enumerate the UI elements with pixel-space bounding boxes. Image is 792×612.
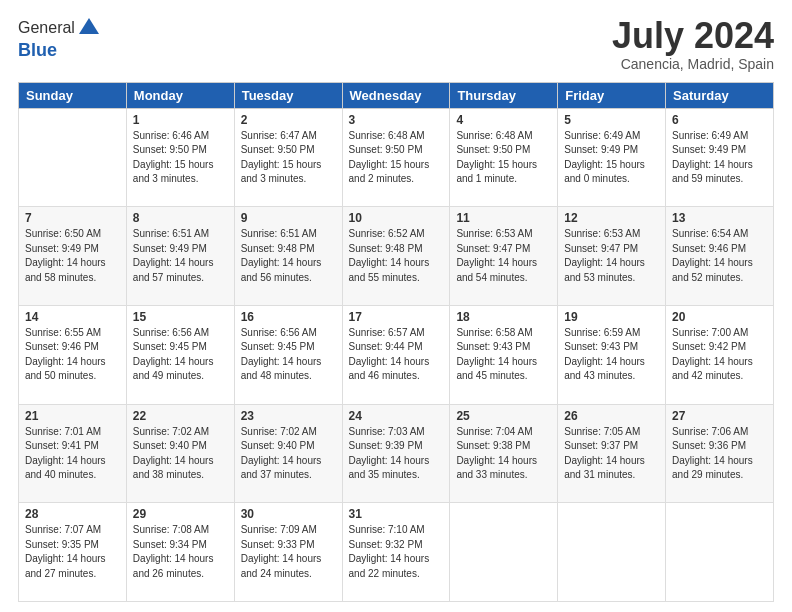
sunrise-text: Sunrise: 7:01 AM (25, 426, 101, 437)
daylight-text: Daylight: 14 hours and 24 minutes. (241, 553, 322, 579)
day-info: Sunrise: 6:56 AM Sunset: 9:45 PM Dayligh… (133, 326, 228, 384)
day-info: Sunrise: 6:56 AM Sunset: 9:45 PM Dayligh… (241, 326, 336, 384)
calendar-cell: 5 Sunrise: 6:49 AM Sunset: 9:49 PM Dayli… (558, 108, 666, 207)
daylight-text: Daylight: 14 hours and 43 minutes. (564, 356, 645, 382)
daylight-text: Daylight: 14 hours and 27 minutes. (25, 553, 106, 579)
daylight-text: Daylight: 15 hours and 1 minute. (456, 159, 537, 185)
day-number: 31 (349, 507, 444, 521)
daylight-text: Daylight: 14 hours and 49 minutes. (133, 356, 214, 382)
daylight-text: Daylight: 14 hours and 31 minutes. (564, 455, 645, 481)
logo-icon (77, 16, 101, 40)
sunset-text: Sunset: 9:35 PM (25, 539, 99, 550)
daylight-text: Daylight: 14 hours and 58 minutes. (25, 257, 106, 283)
calendar-cell (450, 503, 558, 602)
calendar-cell: 26 Sunrise: 7:05 AM Sunset: 9:37 PM Dayl… (558, 404, 666, 503)
daylight-text: Daylight: 14 hours and 38 minutes. (133, 455, 214, 481)
day-number: 12 (564, 211, 659, 225)
logo-blue-text: Blue (18, 40, 101, 61)
weekday-header-friday: Friday (558, 82, 666, 108)
sunrise-text: Sunrise: 6:48 AM (349, 130, 425, 141)
sunset-text: Sunset: 9:42 PM (672, 341, 746, 352)
day-number: 14 (25, 310, 120, 324)
calendar-cell: 16 Sunrise: 6:56 AM Sunset: 9:45 PM Dayl… (234, 305, 342, 404)
sunset-text: Sunset: 9:50 PM (349, 144, 423, 155)
calendar-cell: 20 Sunrise: 7:00 AM Sunset: 9:42 PM Dayl… (666, 305, 774, 404)
sunrise-text: Sunrise: 7:04 AM (456, 426, 532, 437)
sunset-text: Sunset: 9:49 PM (133, 243, 207, 254)
sunset-text: Sunset: 9:32 PM (349, 539, 423, 550)
day-info: Sunrise: 6:51 AM Sunset: 9:48 PM Dayligh… (241, 227, 336, 285)
daylight-text: Daylight: 14 hours and 55 minutes. (349, 257, 430, 283)
calendar-cell: 13 Sunrise: 6:54 AM Sunset: 9:46 PM Dayl… (666, 207, 774, 306)
calendar-cell: 23 Sunrise: 7:02 AM Sunset: 9:40 PM Dayl… (234, 404, 342, 503)
day-info: Sunrise: 6:58 AM Sunset: 9:43 PM Dayligh… (456, 326, 551, 384)
weekday-header-monday: Monday (126, 82, 234, 108)
calendar-cell: 9 Sunrise: 6:51 AM Sunset: 9:48 PM Dayli… (234, 207, 342, 306)
calendar-cell: 22 Sunrise: 7:02 AM Sunset: 9:40 PM Dayl… (126, 404, 234, 503)
daylight-text: Daylight: 14 hours and 35 minutes. (349, 455, 430, 481)
day-number: 30 (241, 507, 336, 521)
day-number: 27 (672, 409, 767, 423)
weekday-header-saturday: Saturday (666, 82, 774, 108)
day-info: Sunrise: 6:46 AM Sunset: 9:50 PM Dayligh… (133, 129, 228, 187)
calendar-cell: 4 Sunrise: 6:48 AM Sunset: 9:50 PM Dayli… (450, 108, 558, 207)
page: General Blue July 2024 Canencia, Madrid,… (0, 0, 792, 612)
day-info: Sunrise: 7:05 AM Sunset: 9:37 PM Dayligh… (564, 425, 659, 483)
day-number: 22 (133, 409, 228, 423)
day-number: 20 (672, 310, 767, 324)
sunrise-text: Sunrise: 7:02 AM (133, 426, 209, 437)
daylight-text: Daylight: 14 hours and 53 minutes. (564, 257, 645, 283)
sunrise-text: Sunrise: 7:05 AM (564, 426, 640, 437)
day-number: 1 (133, 113, 228, 127)
sunrise-text: Sunrise: 6:47 AM (241, 130, 317, 141)
week-row-2: 14 Sunrise: 6:55 AM Sunset: 9:46 PM Dayl… (19, 305, 774, 404)
sunrise-text: Sunrise: 6:59 AM (564, 327, 640, 338)
calendar-cell: 28 Sunrise: 7:07 AM Sunset: 9:35 PM Dayl… (19, 503, 127, 602)
sunrise-text: Sunrise: 6:56 AM (241, 327, 317, 338)
svg-marker-0 (79, 18, 99, 34)
sunset-text: Sunset: 9:33 PM (241, 539, 315, 550)
sunset-text: Sunset: 9:37 PM (564, 440, 638, 451)
daylight-text: Daylight: 14 hours and 46 minutes. (349, 356, 430, 382)
calendar-cell: 21 Sunrise: 7:01 AM Sunset: 9:41 PM Dayl… (19, 404, 127, 503)
day-info: Sunrise: 6:54 AM Sunset: 9:46 PM Dayligh… (672, 227, 767, 285)
day-info: Sunrise: 6:57 AM Sunset: 9:44 PM Dayligh… (349, 326, 444, 384)
sunset-text: Sunset: 9:45 PM (241, 341, 315, 352)
calendar-cell: 15 Sunrise: 6:56 AM Sunset: 9:45 PM Dayl… (126, 305, 234, 404)
week-row-3: 21 Sunrise: 7:01 AM Sunset: 9:41 PM Dayl… (19, 404, 774, 503)
day-number: 7 (25, 211, 120, 225)
sunset-text: Sunset: 9:45 PM (133, 341, 207, 352)
calendar-cell: 17 Sunrise: 6:57 AM Sunset: 9:44 PM Dayl… (342, 305, 450, 404)
month-title: July 2024 (612, 16, 774, 56)
calendar-cell: 10 Sunrise: 6:52 AM Sunset: 9:48 PM Dayl… (342, 207, 450, 306)
daylight-text: Daylight: 14 hours and 42 minutes. (672, 356, 753, 382)
calendar-cell: 2 Sunrise: 6:47 AM Sunset: 9:50 PM Dayli… (234, 108, 342, 207)
day-number: 6 (672, 113, 767, 127)
sunset-text: Sunset: 9:49 PM (564, 144, 638, 155)
day-number: 8 (133, 211, 228, 225)
sunrise-text: Sunrise: 6:54 AM (672, 228, 748, 239)
day-info: Sunrise: 7:02 AM Sunset: 9:40 PM Dayligh… (241, 425, 336, 483)
calendar-cell: 27 Sunrise: 7:06 AM Sunset: 9:36 PM Dayl… (666, 404, 774, 503)
logo-general-text: General (18, 19, 75, 37)
day-info: Sunrise: 7:04 AM Sunset: 9:38 PM Dayligh… (456, 425, 551, 483)
day-number: 19 (564, 310, 659, 324)
sunrise-text: Sunrise: 6:55 AM (25, 327, 101, 338)
calendar-cell: 12 Sunrise: 6:53 AM Sunset: 9:47 PM Dayl… (558, 207, 666, 306)
calendar-cell: 29 Sunrise: 7:08 AM Sunset: 9:34 PM Dayl… (126, 503, 234, 602)
sunset-text: Sunset: 9:44 PM (349, 341, 423, 352)
sunset-text: Sunset: 9:40 PM (241, 440, 315, 451)
week-row-0: 1 Sunrise: 6:46 AM Sunset: 9:50 PM Dayli… (19, 108, 774, 207)
sunrise-text: Sunrise: 6:53 AM (564, 228, 640, 239)
sunrise-text: Sunrise: 7:07 AM (25, 524, 101, 535)
sunrise-text: Sunrise: 7:03 AM (349, 426, 425, 437)
day-info: Sunrise: 7:07 AM Sunset: 9:35 PM Dayligh… (25, 523, 120, 581)
title-block: July 2024 Canencia, Madrid, Spain (612, 16, 774, 72)
calendar-cell: 31 Sunrise: 7:10 AM Sunset: 9:32 PM Dayl… (342, 503, 450, 602)
daylight-text: Daylight: 14 hours and 56 minutes. (241, 257, 322, 283)
day-info: Sunrise: 6:53 AM Sunset: 9:47 PM Dayligh… (564, 227, 659, 285)
sunrise-text: Sunrise: 6:48 AM (456, 130, 532, 141)
day-info: Sunrise: 6:48 AM Sunset: 9:50 PM Dayligh… (349, 129, 444, 187)
day-number: 9 (241, 211, 336, 225)
calendar-cell (666, 503, 774, 602)
